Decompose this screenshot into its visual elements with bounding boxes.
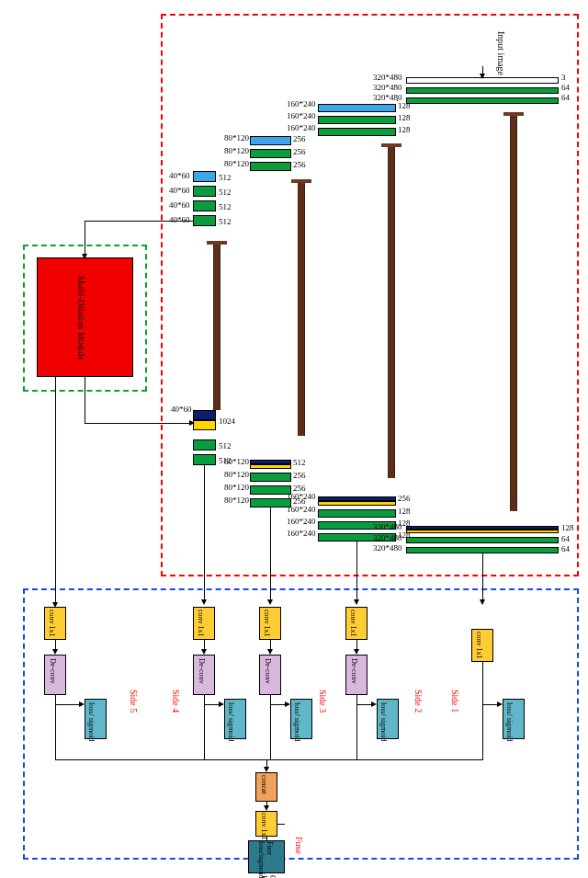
side3-conv-label: conv 1x1 [263, 610, 271, 637]
enc1-bar-1 [406, 87, 559, 94]
enc3-bar-2 [250, 162, 291, 171]
enc2-sp1: 160*240 [287, 111, 316, 120]
side2-conv-label: conv 1x1 [349, 610, 357, 637]
enc4-sp1: 40*60 [169, 186, 190, 195]
side1-label: Side 1 [450, 690, 460, 713]
concat-label: concat [260, 775, 268, 794]
multi-dilation-label: Multi-Dilation Module [76, 276, 86, 360]
enc2-ch0: 128 [398, 101, 411, 110]
side5-deconv-label: De-conv [49, 658, 57, 684]
dec3-ch0: 512 [293, 458, 306, 467]
enc2-ch1: 128 [398, 113, 411, 122]
dec1-ch1: 64 [561, 534, 570, 543]
dec2-sp1: 160*240 [287, 505, 316, 514]
dec1-bar-1 [406, 537, 559, 543]
enc4-ch1: 512 [219, 188, 232, 197]
enc4-bar-3 [193, 215, 216, 226]
enc3-ch0: 256 [293, 134, 306, 143]
enc4-bar-2 [193, 200, 216, 211]
dec2-bar-1 [318, 509, 396, 518]
enc1-sp1: 320*480 [373, 83, 402, 92]
dec1-sp1: 320*480 [373, 533, 402, 542]
fuse-label: Fuse [294, 837, 304, 854]
side4-conv-label: conv 1x1 [197, 610, 205, 637]
enc4-sp2: 40*60 [169, 200, 190, 210]
enc3-ch1: 256 [293, 147, 306, 156]
dec3-sp2: 80*120 [224, 483, 249, 492]
side4-label: Side 4 [171, 690, 181, 713]
side2-deconv-label: De-conv [350, 658, 358, 684]
pillar-3 [388, 147, 395, 478]
dec3-sp0: 80*120 [224, 457, 249, 466]
dec3-bar-1 [250, 473, 291, 482]
dec4-bar-2 [193, 454, 216, 465]
enc4-ch3: 512 [219, 217, 232, 226]
dec2-ch1: 128 [398, 507, 411, 516]
enc4-bar-1 [193, 186, 216, 197]
enc2-sp2: 160*240 [287, 123, 316, 132]
side5-conv-label: conv 1x1 [48, 610, 56, 637]
fuse-loss-label: Fuse loss/sigmoid [257, 841, 274, 878]
side5-loss-label: loss/ sigmoid [87, 702, 96, 741]
side2-loss-label: loss/ sigmoid [379, 702, 388, 741]
dec1-sp0: 320*480 [373, 522, 402, 531]
side2-label: Side 2 [413, 690, 424, 713]
enc2-ch2: 128 [398, 125, 411, 134]
enc2-bar-1 [318, 116, 396, 124]
enc4-ch2: 512 [219, 202, 232, 211]
dec2-bar-concat-y [318, 501, 396, 506]
dec2-sp0: 160*240 [287, 492, 316, 501]
dec2-sp2: 160*240 [287, 517, 316, 526]
side3-deconv-label: De-conv [264, 658, 272, 684]
dec1-ch0: 128 [561, 523, 574, 532]
enc3-bar-pool [250, 136, 291, 145]
side1-loss-label: loss/ sigmoid [505, 702, 514, 741]
side3-label: Side 3 [318, 690, 328, 713]
input-label: Input image [496, 31, 506, 75]
bottleneck-bar-bot [193, 420, 216, 430]
dec4-bar-1 [193, 439, 216, 450]
dec3-sp3: 80*120 [224, 496, 249, 505]
pillar-2 [298, 183, 305, 436]
enc1-ch2: 64 [561, 93, 570, 102]
enc3-sp0: 80*120 [224, 133, 249, 143]
side3-loss-label: loss/ sigmoid [293, 702, 301, 741]
side4-deconv-label: De-conv [198, 658, 206, 684]
dec2-ch0: 256 [398, 494, 411, 503]
bottleneck-sp: 40*60 [171, 405, 192, 414]
pillar-4 [510, 116, 517, 511]
side5-label: Side 5 [129, 690, 139, 713]
side4-loss-label: loss/ sigmoid [227, 702, 235, 741]
bottleneck-ch: 1024 [219, 416, 235, 426]
bottleneck-bar-top [193, 410, 216, 420]
dec1-ch2: 64 [561, 544, 570, 553]
enc1-ch0: 3 [561, 73, 566, 82]
pillar-1 [213, 245, 220, 410]
enc3-sp1: 80*120 [224, 146, 249, 155]
dec4-ch1: 512 [219, 441, 232, 450]
enc4-ch0: 512 [219, 173, 232, 182]
dec2-sp3: 160*240 [287, 529, 316, 538]
enc3-ch2: 256 [293, 160, 306, 169]
dec1-bar-concat-y [406, 530, 559, 533]
dec3-bar-concat-y [250, 464, 291, 469]
dec3-sp1: 80*120 [224, 470, 249, 479]
enc2-sp0: 160*240 [287, 99, 316, 108]
enc1-bar-2 [406, 97, 559, 104]
dec3-bar-2 [250, 485, 291, 495]
enc1-ch1: 64 [561, 83, 570, 92]
enc3-sp2: 80*120 [224, 159, 249, 168]
enc1-sp0: 320*480 [373, 73, 402, 82]
enc4-sp3: 40*60 [169, 215, 190, 224]
side1-conv-label: conv 1x1 [475, 632, 483, 659]
dec3-ch1: 256 [293, 471, 306, 480]
enc4-sp0: 40*60 [169, 171, 190, 180]
enc4-bar-pool [193, 171, 216, 182]
dec1-sp2: 320*480 [373, 543, 402, 553]
dec3-bar-3 [250, 498, 291, 507]
dec1-bar-2 [406, 547, 559, 553]
enc3-bar-1 [250, 149, 291, 158]
enc2-bar-2 [318, 128, 396, 136]
enc2-bar-pool [318, 104, 396, 112]
